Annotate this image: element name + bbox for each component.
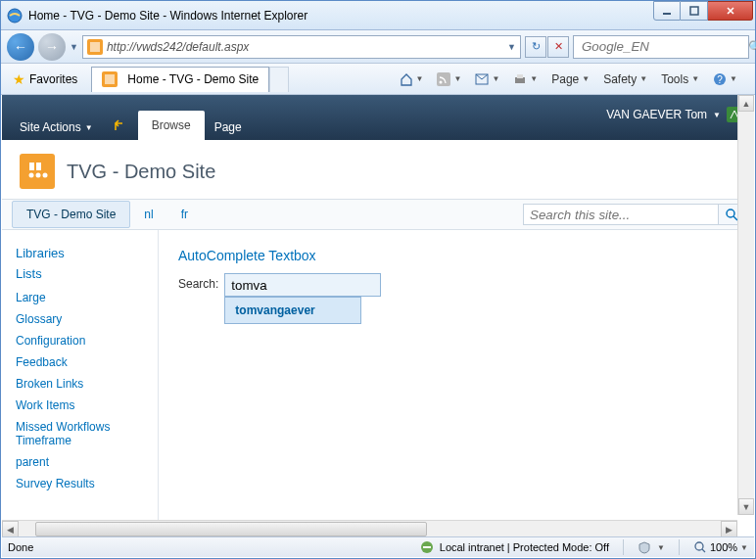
site-favicon <box>87 39 103 55</box>
mail-button[interactable]: ▼ <box>469 70 505 88</box>
security-zone-text: Local intranet | Protected Mode: Off <box>440 541 609 553</box>
nav-item[interactable]: Feedback <box>16 351 158 373</box>
forward-button[interactable]: → <box>38 33 66 61</box>
address-bar[interactable]: ▼ <box>82 35 521 59</box>
ribbon-tab-page[interactable]: Page <box>205 115 252 140</box>
site-title: TVG - Demo Site <box>67 161 215 183</box>
back-button[interactable]: ← <box>7 33 34 61</box>
new-tab-button[interactable] <box>269 67 289 92</box>
star-icon: ★ <box>13 71 25 87</box>
browser-search-input[interactable] <box>582 39 748 54</box>
ribbon-tab-browse[interactable]: Browse <box>138 111 205 140</box>
scroll-right-button[interactable]: ▶ <box>721 521 737 537</box>
svg-rect-13 <box>517 74 523 78</box>
page-viewport: Site Actions▼ Browse Page VAN GAEVER Tom… <box>2 95 754 536</box>
svg-point-21 <box>43 173 48 178</box>
scroll-down-button[interactable]: ▼ <box>738 498 754 515</box>
safety-menu[interactable]: Safety▼ <box>597 70 653 89</box>
page-body: TVG - Demo Site TVG - Demo Site nl fr Li… <box>2 140 754 536</box>
svg-point-22 <box>727 210 734 217</box>
zone-icon <box>420 540 434 554</box>
maximize-button[interactable] <box>681 1 708 21</box>
user-name: VAN GAEVER Tom <box>606 108 707 121</box>
autocomplete-wrapper: tomvangaever <box>224 273 381 297</box>
top-nav-tab-nl[interactable]: nl <box>130 202 166 227</box>
svg-rect-1 <box>663 13 671 15</box>
horizontal-scrollbar[interactable]: ◀ ▶ <box>2 520 737 536</box>
webpart-title: AutoComplete Textbox <box>178 248 734 263</box>
search-label: Search: <box>178 273 218 291</box>
nav-heading-libraries[interactable]: Libraries <box>16 246 158 260</box>
user-menu[interactable]: VAN GAEVER Tom ▼ <box>606 107 742 122</box>
help-button[interactable]: ?▼ <box>707 70 743 89</box>
vertical-scrollbar[interactable]: ▲ ▼ <box>737 95 754 515</box>
status-bar: Done Local intranet | Protected Mode: Of… <box>2 536 754 557</box>
autocomplete-dropdown: tomvangaever <box>224 297 361 324</box>
nav-item[interactable]: Broken Links <box>16 373 158 395</box>
svg-rect-8 <box>105 74 115 84</box>
svg-point-19 <box>29 173 34 178</box>
zoom-control[interactable]: 100% ▼ <box>693 540 748 554</box>
window-controls <box>653 1 753 21</box>
site-header: TVG - Demo Site <box>2 140 754 199</box>
tools-menu[interactable]: Tools▼ <box>655 70 705 89</box>
top-nav-tab-fr[interactable]: fr <box>167 202 202 227</box>
svg-line-27 <box>702 549 705 552</box>
svg-line-23 <box>733 216 737 220</box>
site-actions-menu[interactable]: Site Actions▼ <box>10 115 103 140</box>
favorites-label: Favorites <box>29 72 77 86</box>
zoom-icon <box>693 540 707 554</box>
browser-tab[interactable]: Home - TVG - Demo Site <box>91 67 269 92</box>
browser-window: Home - TVG - Demo Site - Windows Interne… <box>0 0 756 559</box>
nav-item[interactable]: Configuration <box>16 330 158 351</box>
content-area: AutoComplete Textbox Search: tomvangaeve… <box>159 230 754 536</box>
home-button[interactable]: ▼ <box>394 70 430 89</box>
main-columns: Libraries Lists Large Glossary Configura… <box>2 230 754 536</box>
top-nav-tab-home[interactable]: TVG - Demo Site <box>12 201 130 228</box>
nav-item[interactable]: parent <box>16 451 158 473</box>
nav-history-dropdown[interactable]: ▼ <box>70 42 78 52</box>
refresh-button[interactable]: ↻ <box>525 36 546 58</box>
nav-item[interactable]: Large <box>16 287 158 308</box>
browser-search-box[interactable]: 🔍 <box>573 35 749 59</box>
svg-rect-17 <box>29 163 34 170</box>
page-menu[interactable]: Page▼ <box>545 70 595 89</box>
svg-rect-25 <box>423 546 431 548</box>
minimize-button[interactable] <box>653 1 681 21</box>
navigate-up-icon[interactable] <box>103 113 138 140</box>
scroll-thumb[interactable] <box>35 522 427 536</box>
autocomplete-suggestion[interactable]: tomvangaever <box>225 298 360 323</box>
nav-heading-lists[interactable]: Lists <box>16 266 158 281</box>
protected-mode-icon[interactable] <box>638 540 651 554</box>
window-title: Home - TVG - Demo Site - Windows Interne… <box>28 9 653 23</box>
close-button[interactable] <box>708 1 753 21</box>
tab-favicon <box>102 71 118 87</box>
status-text: Done <box>8 541 33 553</box>
nav-item[interactable]: Glossary <box>16 308 158 330</box>
search-row: Search: tomvangaever <box>178 273 734 297</box>
scroll-up-button[interactable]: ▲ <box>738 95 754 112</box>
scroll-left-button[interactable]: ◀ <box>2 521 19 537</box>
svg-rect-3 <box>90 42 100 52</box>
url-dropdown[interactable]: ▼ <box>507 42 516 52</box>
favorites-button[interactable]: ★ Favorites <box>5 69 85 90</box>
nav-item[interactable]: Work Items <box>16 395 158 416</box>
stop-button[interactable]: ✕ <box>547 36 569 58</box>
sharepoint-ribbon: Site Actions▼ Browse Page VAN GAEVER Tom… <box>2 95 754 140</box>
url-input[interactable] <box>107 40 507 54</box>
nav-item[interactable]: Missed Workflows Timeframe <box>16 416 158 451</box>
site-logo[interactable] <box>20 154 55 189</box>
feeds-button[interactable]: ▼ <box>431 70 467 89</box>
svg-point-10 <box>440 80 443 83</box>
autocomplete-input[interactable] <box>224 273 381 297</box>
favorites-bar: ★ Favorites Home - TVG - Demo Site ▼ ▼ ▼… <box>1 64 755 95</box>
top-navigation: TVG - Demo Site nl fr <box>2 199 754 230</box>
titlebar: Home - TVG - Demo Site - Windows Interne… <box>1 1 755 30</box>
zoom-value: 100% <box>710 541 737 553</box>
print-button[interactable]: ▼ <box>507 70 543 89</box>
search-icon[interactable]: 🔍 <box>748 40 756 54</box>
svg-text:?: ? <box>717 74 723 85</box>
nav-item[interactable]: Survey Results <box>16 473 158 494</box>
command-bar: ▼ ▼ ▼ ▼ Page▼ Safety▼ Tools▼ ?▼ <box>394 70 751 89</box>
site-search-input[interactable] <box>523 204 719 225</box>
